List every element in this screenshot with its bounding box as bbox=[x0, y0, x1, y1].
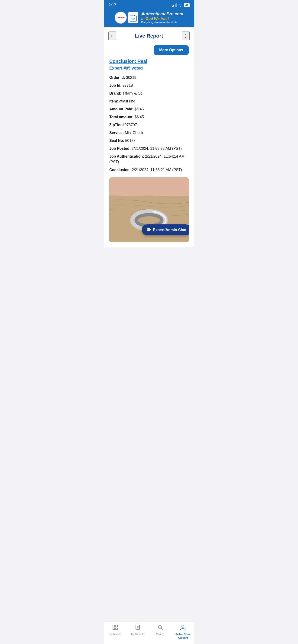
info-row: Job Id: 27718 bbox=[109, 83, 189, 88]
info-row: Brand: Tiffany & Co. bbox=[109, 91, 189, 96]
field-label: Service: bbox=[109, 131, 124, 135]
status-icons: 41 bbox=[172, 3, 190, 7]
page-header: ← Live Report ⋮ bbox=[104, 28, 194, 44]
field-label: Item: bbox=[109, 99, 118, 103]
info-row: ZipTie: #973797 bbox=[109, 122, 189, 128]
field-value: atlast ring bbox=[119, 99, 135, 103]
content-area: More Options Conclusion: Real Expert #85… bbox=[104, 44, 194, 247]
back-button[interactable]: ← bbox=[108, 32, 116, 40]
conclusion-title[interactable]: Conclusion: Real bbox=[109, 59, 189, 64]
status-time: 2:17 bbox=[108, 3, 116, 8]
ap-bag-logo: #AP bbox=[128, 12, 138, 23]
field-label: Total amount: bbox=[109, 115, 134, 119]
field-value: $6.45 bbox=[135, 115, 144, 119]
field-label: Seal No: bbox=[109, 139, 124, 142]
field-label: Job Id: bbox=[109, 84, 121, 88]
svg-text:XII: XII bbox=[137, 220, 141, 222]
svg-text:#AP: #AP bbox=[132, 18, 135, 20]
field-value: 30219 bbox=[126, 76, 136, 80]
field-value: 50183 bbox=[125, 139, 136, 142]
field-label: Conclusion: bbox=[109, 168, 131, 172]
info-row: Service: Mini Check bbox=[109, 130, 189, 136]
field-value: Mini Check bbox=[125, 131, 143, 135]
status-bar: 2:17 41 bbox=[104, 0, 194, 9]
svg-text:III: III bbox=[146, 220, 149, 222]
field-label: Job Posted: bbox=[109, 146, 131, 150]
more-options-btn[interactable]: More Options bbox=[154, 45, 189, 55]
item-image-container: XII III VI 💬 Expert/Admin Chat bbox=[109, 177, 189, 242]
info-row: Order Id: 30219 bbox=[109, 75, 189, 80]
field-label: Brand: bbox=[109, 91, 121, 95]
field-label: Job Authentication: bbox=[109, 154, 144, 158]
expert-chat-label: Expert/Admin Chat bbox=[153, 228, 186, 232]
app-name: AuthenticatePro.com bbox=[141, 12, 183, 17]
more-options-row: More Options bbox=[109, 44, 189, 59]
field-value: 2/21/2024, 11:56:21 AM (PST) bbox=[132, 168, 182, 172]
info-row: Amount Paid: $6.45 bbox=[109, 106, 189, 112]
svg-text:VI: VI bbox=[154, 220, 156, 222]
field-label: ZipTie: bbox=[109, 123, 121, 127]
logo-badge: Real or Not #AP bbox=[115, 12, 138, 24]
wifi-icon bbox=[178, 4, 183, 7]
more-options-button[interactable]: ⋮ bbox=[182, 32, 190, 40]
field-label: Order Id: bbox=[109, 76, 125, 80]
field-value: $6.45 bbox=[134, 107, 144, 111]
expert-chat-button[interactable]: 💬 Expert/Admin Chat bbox=[142, 224, 189, 235]
info-row: Conclusion: 2/21/2024, 11:56:21 AM (PST) bbox=[109, 167, 189, 173]
expert-voted[interactable]: Expert #85 voted bbox=[109, 66, 189, 71]
real-not-logo: Real or Not bbox=[115, 12, 127, 24]
info-row: Job Authentication: 2/21/2024, 11:54:14 … bbox=[109, 154, 189, 165]
chat-icon: 💬 bbox=[146, 228, 151, 232]
signal-icon bbox=[172, 4, 177, 7]
field-label: Amount Paid: bbox=[109, 107, 133, 111]
field-value: 2/21/2024, 11:53:23 AM (PST) bbox=[132, 146, 182, 150]
page-title: Live Report bbox=[135, 33, 163, 39]
info-row: Total amount: $6.45 bbox=[109, 114, 189, 120]
info-row: Job Posted: 2/21/2024, 11:53:23 AM (PST) bbox=[109, 146, 189, 152]
fields-list: Order Id: 30219Job Id: 27718Brand: Tiffa… bbox=[109, 75, 189, 173]
tagline-sub: Everything else we Authenticate bbox=[141, 21, 183, 24]
info-row: Item: atlast ring bbox=[109, 98, 189, 104]
info-row: Seal No: 50183 bbox=[109, 138, 189, 144]
app-name-block: AuthenticatePro.com In God We trust Ever… bbox=[141, 12, 183, 24]
field-value: 27718 bbox=[123, 84, 133, 88]
field-value: Tiffany & Co. bbox=[122, 91, 144, 95]
field-value: #973797 bbox=[123, 123, 137, 127]
app-header: Real or Not #AP AuthenticatePro.com In G… bbox=[104, 9, 194, 27]
battery-icon: 41 bbox=[184, 3, 190, 7]
tagline-gold: In God We trust bbox=[141, 17, 183, 21]
svg-rect-3 bbox=[109, 177, 189, 196]
